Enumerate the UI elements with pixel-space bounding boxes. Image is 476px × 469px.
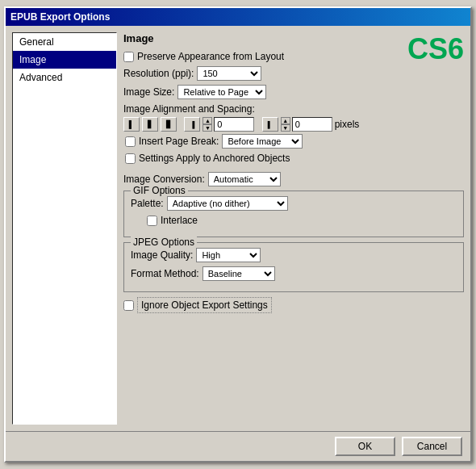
method-label: Format Method:	[131, 268, 199, 279]
quality-select[interactable]: Low Medium High Maximum	[196, 248, 261, 262]
page-break-label: Insert Page Break:	[139, 136, 219, 147]
right-spacing-up[interactable]: ▲	[281, 117, 290, 124]
resolution-row: Resolution (ppi): 150 72 96 300	[123, 66, 464, 81]
interlace-label: Interlace	[161, 215, 198, 226]
palette-select[interactable]: Adaptive (no dither) Web System (Win) Sy…	[167, 196, 288, 211]
method-row: Format Method: Baseline Progressive	[131, 266, 457, 281]
ignore-export-label: Ignore Object Export Settings	[137, 297, 272, 313]
ignore-export-row: Ignore Object Export Settings	[123, 297, 464, 313]
dialog-footer: OK Cancel	[6, 431, 470, 461]
left-spacing-up[interactable]: ▲	[203, 117, 212, 124]
gif-options-box: GIF Options Palette: Adaptive (no dither…	[123, 191, 464, 237]
dialog-title: EPUB Export Options	[10, 11, 110, 23]
interlace-row[interactable]: Interlace	[147, 215, 457, 226]
align-right-btn[interactable]: ▊	[161, 117, 177, 132]
right-spacing-down[interactable]: ▼	[281, 124, 290, 132]
quality-label: Image Quality:	[131, 249, 193, 261]
preserve-appearance-checkbox[interactable]	[123, 52, 134, 62]
alignment-section: Image Alignment and Spacing: ▌ ▋ ▊ ▐ ▲ ▼	[123, 103, 464, 168]
palette-row: Palette: Adaptive (no dither) Web System…	[131, 196, 457, 211]
jpeg-options-title: JPEG Options	[131, 237, 197, 248]
epub-export-dialog: EPUB Export Options General Image Advanc…	[4, 6, 472, 463]
cs6-logo: CS6	[407, 32, 464, 66]
image-size-select[interactable]: Relative to Page Fixed Full Page	[177, 85, 266, 99]
title-bar: EPUB Export Options	[6, 8, 470, 26]
resolution-select[interactable]: 150 72 96 300	[197, 66, 261, 81]
ignore-export-checkbox[interactable]	[123, 300, 134, 311]
page-break-checkbox[interactable]	[125, 136, 136, 147]
align-indent-right-btn[interactable]: ▌	[262, 117, 278, 132]
gif-options-title: GIF Options	[131, 185, 188, 196]
jpeg-options-box: JPEG Options Image Quality: Low Medium H…	[123, 242, 464, 292]
sidebar-item-advanced[interactable]: Advanced	[13, 69, 116, 86]
align-indent-left-btn[interactable]: ▐	[184, 117, 200, 132]
left-spacing-group: ▲ ▼ 0	[203, 117, 254, 132]
quality-row: Image Quality: Low Medium High Maximum	[131, 248, 457, 262]
settings-apply-checkbox[interactable]	[125, 153, 136, 164]
sidebar: General Image Advanced	[12, 32, 117, 425]
align-center-btn[interactable]: ▋	[142, 117, 158, 132]
page-break-row: Insert Page Break: Before Image After Im…	[125, 134, 464, 149]
palette-label: Palette:	[131, 198, 164, 209]
resolution-label: Resolution (ppi):	[123, 68, 194, 79]
right-spacing-input[interactable]: 0	[292, 117, 332, 132]
settings-apply-row[interactable]: Settings Apply to Anchored Objects	[125, 153, 464, 164]
align-left-btn[interactable]: ▌	[123, 117, 140, 132]
cancel-button[interactable]: Cancel	[402, 437, 462, 456]
sidebar-item-general[interactable]: General	[13, 33, 116, 51]
content-area: CS6 Image Preserve Appearance from Layou…	[123, 32, 464, 425]
image-size-label: Image Size:	[123, 86, 174, 98]
right-spacing-group: ▲ ▼ 0	[281, 117, 332, 132]
image-size-row: Image Size: Relative to Page Fixed Full …	[123, 85, 464, 99]
interlace-checkbox[interactable]	[147, 216, 157, 226]
ok-button[interactable]: OK	[335, 437, 395, 456]
sidebar-item-image[interactable]: Image	[13, 51, 116, 69]
method-select[interactable]: Baseline Progressive	[203, 266, 275, 281]
alignment-label: Image Alignment and Spacing:	[123, 103, 464, 115]
left-spacing-down[interactable]: ▼	[203, 124, 212, 132]
pixels-label: pixels	[335, 119, 360, 130]
page-break-select[interactable]: Before Image After Image Before and Afte…	[222, 134, 303, 149]
left-spacing-input[interactable]: 0	[214, 117, 254, 132]
preserve-appearance-label: Preserve Appearance from Layout	[137, 51, 284, 62]
image-conversion-select[interactable]: Automatic GIF JPEG PNG	[208, 172, 281, 186]
image-conversion-label: Image Conversion:	[123, 174, 205, 185]
settings-apply-label: Settings Apply to Anchored Objects	[139, 153, 290, 164]
